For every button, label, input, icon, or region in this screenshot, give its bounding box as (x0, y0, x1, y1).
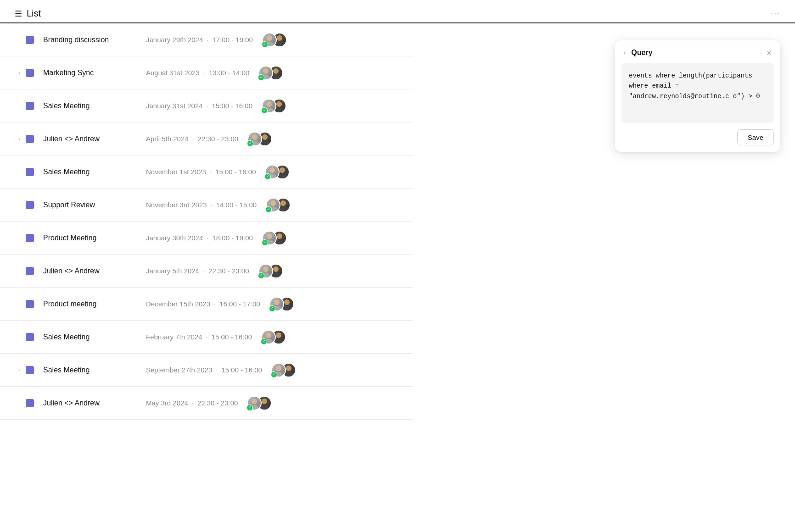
event-time: 18:00 - 19:00 (212, 234, 252, 242)
svg-point-2 (277, 35, 282, 41)
list-item[interactable]: Julien <> AndrewMay 3rd 2024·22:30 - 23:… (0, 387, 413, 420)
event-time: 22:30 - 23:00 (198, 135, 238, 143)
list-item[interactable]: ›Sales MeetingSeptember 27th 2023·15:00 … (0, 354, 413, 387)
event-color-dot (26, 333, 34, 341)
query-header-left: ‹ Query (621, 48, 653, 58)
event-time: 15:00 - 16:00 (212, 102, 252, 110)
event-color-dot (26, 102, 34, 110)
separator-dot: · (211, 201, 213, 209)
event-color-dot (26, 36, 34, 44)
list-item[interactable]: Branding discussionJanuary 29th 2024·17:… (0, 23, 413, 56)
list-item[interactable]: ›Julien <> AndrewApril 5th 2024·22:30 - … (0, 122, 413, 155)
svg-point-40 (276, 366, 281, 371)
list-item[interactable]: Support ReviewNovember 3rd 2023·14:00 - … (0, 188, 413, 222)
event-date: January 30th 2024 (146, 234, 203, 242)
event-name: Sales Meeting (43, 168, 135, 176)
event-date: August 31st 2023 (146, 69, 200, 77)
event-time: 15:00 - 16:00 (212, 333, 252, 341)
svg-point-30 (273, 266, 279, 272)
event-color-dot (26, 399, 34, 407)
svg-point-36 (266, 332, 271, 338)
expand-button[interactable]: › (15, 367, 24, 373)
list-item[interactable]: Product meetingDecember 15th 2023·16:00 … (0, 288, 413, 321)
list-item[interactable]: Product MeetingJanuary 30th 2024·18:00 -… (0, 222, 413, 255)
header: ☰ List ··· (0, 0, 795, 23)
query-panel-header: ‹ Query ✕ (615, 40, 780, 63)
list-icon: ☰ (15, 9, 22, 19)
event-name: Support Review (43, 201, 135, 209)
avatar-group: ✓ (262, 99, 286, 113)
query-footer: Save (615, 129, 780, 152)
avatar-group: ✓ (247, 132, 272, 146)
event-name: Julien <> Andrew (43, 399, 135, 407)
svg-point-38 (276, 332, 281, 338)
query-text[interactable]: events where length(participants where e… (621, 63, 774, 123)
avatar-group: ✓ (271, 363, 296, 377)
event-time: 13:00 - 14:00 (209, 69, 249, 77)
event-date: May 3rd 2024 (146, 399, 188, 407)
event-name: Julien <> Andrew (43, 135, 135, 143)
avatar-group: ✓ (258, 264, 283, 278)
list-item[interactable]: Sales MeetingFebruary 7th 2024·15:00 - 1… (0, 321, 413, 354)
avatar-group: ✓ (261, 330, 286, 344)
event-color-dot (26, 201, 34, 209)
event-time: 15:00 - 16:00 (221, 366, 262, 374)
event-date: November 3rd 2023 (146, 201, 207, 209)
avatar-group: ✓ (265, 165, 290, 179)
avatar-group: ✓ (266, 198, 291, 212)
event-date: December 15th 2023 (146, 300, 210, 308)
more-options-button[interactable]: ··· (771, 9, 780, 18)
svg-point-34 (284, 299, 290, 305)
save-button[interactable]: Save (737, 129, 774, 145)
list-item[interactable]: ›Marketing SyncAugust 31st 2023·13:00 - … (0, 56, 413, 89)
check-badge: ✓ (265, 206, 272, 213)
event-date: September 27th 2023 (146, 366, 212, 374)
event-time: 16:00 - 17:00 (219, 300, 260, 308)
event-time: 14:00 - 15:00 (216, 201, 257, 209)
event-name: Marketing Sync (43, 69, 135, 77)
check-badge: ✓ (258, 74, 264, 81)
svg-point-0 (267, 35, 272, 41)
svg-point-18 (280, 167, 285, 173)
separator-dot: · (203, 69, 205, 77)
check-badge: ✓ (271, 371, 277, 378)
list-item[interactable]: Sales MeetingNovember 1st 2023·15:00 - 1… (0, 155, 413, 188)
avatar-group: ✓ (262, 231, 287, 245)
separator-dot: · (214, 300, 216, 308)
svg-point-24 (267, 233, 272, 239)
event-date: January 5th 2024 (146, 267, 199, 275)
separator-dot: · (207, 36, 208, 44)
query-back-button[interactable]: ‹ (621, 48, 627, 58)
list-item[interactable]: Julien <> AndrewJanuary 5th 2024·22:30 -… (0, 255, 413, 288)
event-color-dot (26, 135, 34, 143)
event-color-dot (26, 366, 34, 374)
query-close-button[interactable]: ✕ (766, 49, 772, 57)
list-item[interactable]: Sales MeetingJanuary 31st 2024·15:00 - 1… (0, 89, 413, 122)
avatar-group: ✓ (269, 297, 294, 311)
svg-point-12 (252, 134, 258, 140)
event-name: Sales Meeting (43, 366, 135, 374)
event-time: 22:30 - 23:00 (197, 399, 238, 407)
separator-dot: · (203, 267, 205, 275)
event-date: January 31st 2024 (146, 102, 202, 110)
event-name: Product meeting (43, 300, 135, 308)
check-badge: ✓ (258, 272, 264, 279)
separator-dot: · (206, 102, 208, 110)
avatar-group: ✓ (262, 33, 287, 47)
svg-point-10 (276, 101, 282, 107)
svg-point-28 (263, 266, 269, 272)
svg-point-6 (273, 68, 279, 74)
expand-button[interactable]: › (15, 70, 24, 76)
expand-button[interactable]: › (15, 136, 24, 142)
query-panel: ‹ Query ✕ events where length(participan… (615, 40, 780, 152)
event-color-dot (26, 267, 34, 275)
separator-dot: · (207, 234, 208, 242)
svg-point-46 (262, 399, 267, 404)
separator-dot: · (210, 168, 212, 176)
avatar-group: ✓ (247, 396, 272, 410)
event-color-dot (26, 168, 34, 176)
event-date: February 7th 2024 (146, 333, 202, 341)
svg-point-20 (270, 200, 276, 206)
event-time: 15:00 - 16:00 (215, 168, 256, 176)
svg-point-22 (280, 200, 286, 206)
